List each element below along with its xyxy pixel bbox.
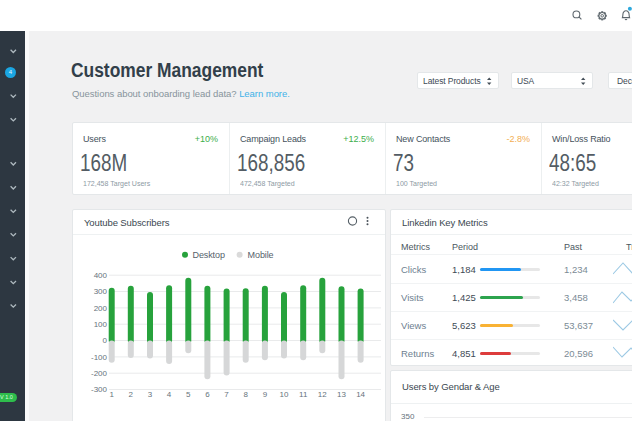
svg-text:Desktop: Desktop bbox=[193, 250, 225, 260]
svg-text:4: 4 bbox=[167, 390, 172, 399]
svg-text:-200: -200 bbox=[91, 369, 108, 378]
svg-text:10: 10 bbox=[280, 390, 289, 399]
svg-text:0: 0 bbox=[103, 336, 108, 345]
svg-text:6: 6 bbox=[205, 390, 210, 399]
svg-text:7: 7 bbox=[224, 390, 229, 399]
svg-text:100: 100 bbox=[94, 320, 108, 329]
svg-text:11: 11 bbox=[299, 390, 308, 399]
svg-text:9: 9 bbox=[263, 390, 268, 399]
svg-text:5: 5 bbox=[186, 390, 191, 399]
svg-text:400: 400 bbox=[94, 271, 108, 280]
svg-text:12: 12 bbox=[318, 390, 327, 399]
svg-text:13: 13 bbox=[337, 390, 346, 399]
svg-text:3: 3 bbox=[148, 390, 153, 399]
svg-text:300: 300 bbox=[94, 287, 108, 296]
svg-text:1: 1 bbox=[109, 390, 114, 399]
svg-text:14: 14 bbox=[356, 390, 365, 399]
svg-text:-100: -100 bbox=[91, 353, 108, 362]
svg-text:2: 2 bbox=[129, 390, 134, 399]
svg-text:-300: -300 bbox=[91, 385, 108, 394]
svg-text:8: 8 bbox=[243, 390, 248, 399]
svg-text:200: 200 bbox=[94, 304, 108, 313]
svg-text:Mobile: Mobile bbox=[248, 250, 274, 260]
